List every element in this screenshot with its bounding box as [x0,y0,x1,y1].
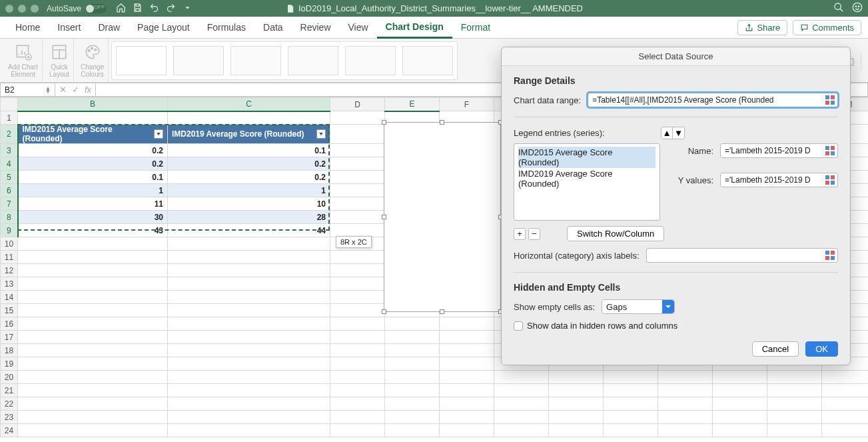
cell[interactable] [18,397,168,411]
cell[interactable] [18,317,168,331]
row-header[interactable]: 23 [1,411,18,424]
col-header[interactable]: E [385,98,440,111]
cell[interactable] [330,144,385,157]
cell[interactable] [440,357,494,371]
cell[interactable] [330,224,385,237]
cell[interactable] [330,277,385,291]
cell[interactable] [604,424,658,437]
cell[interactable] [604,384,658,397]
range-picker-icon[interactable] [825,175,835,185]
cell[interactable] [494,411,549,424]
cell[interactable] [440,411,494,424]
cell[interactable]: 30 [18,211,168,224]
row-header[interactable]: 19 [1,357,18,371]
cell[interactable] [18,357,168,371]
cell[interactable] [494,397,549,411]
col-header[interactable]: C [168,98,330,111]
cell[interactable] [330,344,385,357]
show-empty-cells-select[interactable]: Gaps [602,299,675,314]
chart-styles-gallery[interactable] [111,41,458,80]
cell[interactable] [330,317,385,331]
cell[interactable] [549,397,604,411]
row-header[interactable]: 22 [1,397,18,411]
cell[interactable] [385,371,440,384]
cell[interactable] [658,411,713,424]
cell[interactable] [713,424,767,437]
account-icon[interactable] [852,2,863,15]
cell[interactable] [18,111,168,125]
series-name-input[interactable]: ='Lambeth 2015-2019 D [720,143,838,158]
tab-draw[interactable]: Draw [89,17,129,39]
cell[interactable] [604,371,658,384]
cell[interactable] [440,424,494,437]
cell[interactable] [330,371,385,384]
enter-formula-icon[interactable]: ✓ [72,85,79,95]
cell[interactable]: 1 [168,184,330,197]
row-header[interactable]: 24 [1,424,18,437]
cell[interactable] [330,197,385,211]
cell[interactable]: 43 [18,224,168,237]
style-thumb[interactable] [230,46,281,75]
range-picker-icon[interactable] [825,251,835,261]
cell[interactable]: IMD2019 Average Score (Rounded) [168,125,330,144]
cell[interactable]: 0.2 [168,157,330,171]
cell[interactable]: 28 [168,211,330,224]
cell[interactable] [822,384,869,397]
cell[interactable] [604,397,658,411]
quick-layout-button[interactable]: Quick Layout [45,39,74,82]
save-icon[interactable] [133,3,143,15]
cell[interactable]: 0.2 [18,144,168,157]
cell[interactable] [767,424,822,437]
cell[interactable] [440,331,494,344]
cell[interactable] [168,304,330,317]
cancel-formula-icon[interactable]: ✕ [59,85,67,95]
cell[interactable]: 0.1 [18,171,168,184]
qa-dropdown-icon[interactable] [183,3,193,15]
cell[interactable] [330,184,385,197]
row-header[interactable]: 9 [1,224,18,237]
cell[interactable] [822,424,869,437]
row-header[interactable]: 8 [1,211,18,224]
series-listbox[interactable]: IMD2015 Average Score (Rounded) IMD2019 … [514,143,660,221]
style-thumb[interactable] [288,46,338,75]
range-picker-icon[interactable] [825,146,835,156]
cancel-button[interactable]: Cancel [752,341,799,357]
cell[interactable] [713,384,767,397]
cell[interactable] [658,384,713,397]
col-header[interactable]: F [440,98,494,111]
filter-dropdown-icon[interactable] [316,129,326,139]
cell[interactable] [385,357,440,371]
tab-view[interactable]: View [340,17,377,39]
cell[interactable] [385,317,440,331]
cell[interactable]: 10 [168,197,330,211]
cell[interactable] [330,397,385,411]
cell[interactable] [440,384,494,397]
tab-format[interactable]: Format [452,17,499,39]
row-header[interactable]: 7 [1,197,18,211]
row-header[interactable]: 17 [1,331,18,344]
cell[interactable] [440,371,494,384]
row-header[interactable]: 10 [1,237,18,251]
col-header[interactable]: D [330,98,385,111]
name-box[interactable]: B2 ▲▼ [0,83,55,97]
remove-series-button[interactable]: − [528,228,540,240]
tab-formulas[interactable]: Formulas [199,17,254,39]
show-hidden-checkbox[interactable]: Show data in hidden rows and columns [514,321,838,331]
cell[interactable] [494,384,549,397]
cell[interactable] [168,111,330,125]
cell[interactable] [18,304,168,317]
row-header[interactable]: 2 [1,125,18,144]
switch-icon[interactable]: OFF [85,4,107,13]
tab-home[interactable]: Home [7,17,49,39]
cell[interactable] [168,237,330,251]
cell[interactable]: 0.2 [168,171,330,184]
tab-insert[interactable]: Insert [49,17,89,39]
cell[interactable] [18,277,168,291]
row-header[interactable]: 6 [1,184,18,197]
minimize-window-icon[interactable] [18,5,26,13]
cell[interactable] [440,397,494,411]
cell[interactable] [385,424,440,437]
style-thumb[interactable] [402,46,453,75]
cell[interactable] [822,411,869,424]
switch-row-column-button[interactable]: Switch Row/Column [567,226,664,241]
